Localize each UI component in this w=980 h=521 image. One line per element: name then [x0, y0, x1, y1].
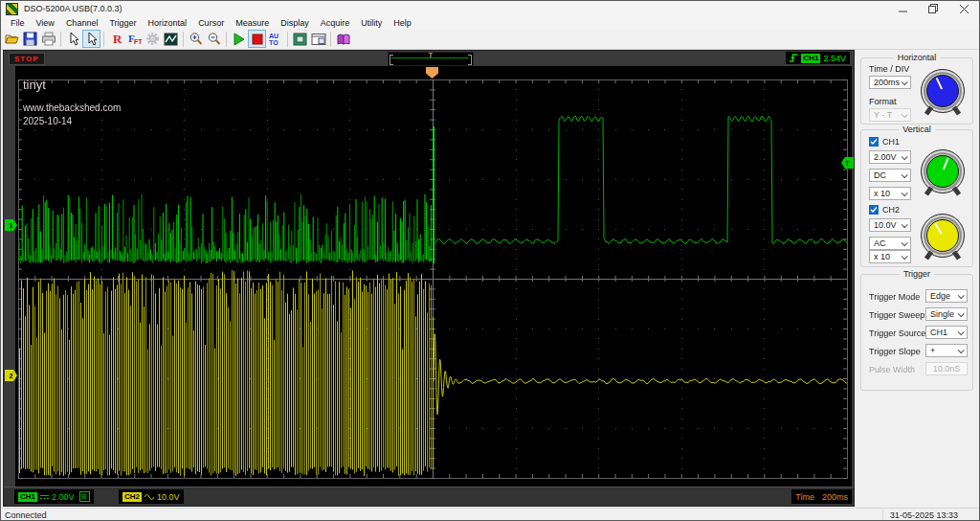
ch2-position-knob[interactable]: [921, 214, 965, 258]
chevron-down-icon: [902, 111, 908, 118]
toolbar-stop-button[interactable]: [248, 30, 266, 48]
ch1-position-knob[interactable]: [921, 149, 965, 193]
ch2-scale: 10.0V: [874, 220, 897, 230]
annotation-line3: 2025-10-14: [23, 116, 72, 126]
ac-coupling-icon: [145, 493, 154, 501]
toolbar-separator: [330, 32, 331, 47]
print-icon: [41, 32, 56, 46]
ch1-scale-select[interactable]: 2.00V: [869, 150, 911, 164]
menu-cursor[interactable]: Cursor: [192, 18, 230, 28]
scope-display: tinyt www.thebackshed.com 2025-10-14: [15, 66, 852, 488]
ch1-enable-row: CH1: [869, 137, 900, 147]
ch2-readout: CH2 10.0V: [119, 489, 184, 504]
toolbar-cursor-button[interactable]: [64, 30, 82, 48]
format-value: Y - T: [874, 110, 892, 120]
trigger-slope-select[interactable]: +: [925, 344, 968, 357]
horizontal-position-knob[interactable]: [921, 69, 965, 113]
trigger-mode-value: Edge: [930, 291, 950, 301]
trigger-edge-icon: [790, 53, 798, 63]
menu-acquire[interactable]: Acquire: [315, 18, 356, 28]
toolbar-save-button[interactable]: [21, 30, 39, 48]
close-icon: [960, 5, 969, 13]
menu-horizontal[interactable]: Horizontal: [143, 18, 193, 28]
ch1-scale-value: 2.00V: [52, 492, 75, 502]
ch1-coupling-select[interactable]: DC: [869, 169, 911, 182]
restore-icon: [928, 4, 938, 13]
minimize-button[interactable]: [887, 1, 918, 16]
app-icon: [6, 3, 18, 15]
ch2-checkbox[interactable]: [869, 205, 879, 215]
vertical-group: Vertical CH1 2.00V DC x 10: [860, 129, 973, 267]
chevron-down-icon: [902, 153, 908, 160]
zoom-out-icon: [207, 32, 221, 46]
toolbar-self-calibration-button[interactable]: [291, 30, 309, 48]
menu-file[interactable]: File: [5, 18, 31, 28]
menu-trigger[interactable]: Trigger: [103, 18, 142, 28]
dc-coupling-icon: [40, 493, 49, 501]
window-icon: [311, 33, 326, 46]
toolbar-separator: [287, 32, 288, 47]
knob-face: [926, 219, 959, 252]
ch2-probe-select[interactable]: x 10: [869, 250, 911, 263]
letter-r-icon: R: [110, 32, 123, 46]
ch1-coupling: DC: [874, 170, 886, 180]
toolbar-pass-fail-button[interactable]: [144, 30, 162, 48]
menu-help[interactable]: Help: [388, 18, 417, 28]
time-div-select[interactable]: 200ms: [869, 76, 911, 89]
trigger-sweep-value: Single: [930, 309, 954, 319]
toolbar-run-button[interactable]: [230, 30, 248, 48]
menu-display[interactable]: Display: [275, 18, 315, 28]
pulse-width-input[interactable]: 10.0nS: [925, 362, 968, 375]
trigger-sweep-select[interactable]: Single: [925, 307, 968, 321]
chevron-down-icon: [902, 190, 908, 196]
menu-view[interactable]: View: [31, 18, 60, 28]
folder-open-icon: [5, 32, 20, 47]
svg-text:R: R: [113, 32, 122, 46]
zoom-in-icon: [189, 32, 203, 46]
trigger-source-value: CH1: [930, 328, 947, 337]
toolbar-window-layout-button[interactable]: [309, 30, 327, 48]
trigger-readout: CH1 2.54V: [786, 52, 850, 64]
scope-widget: STOP T CH1 2.54V tinyt www.thebackshed.c…: [3, 50, 855, 507]
menu-utility[interactable]: Utility: [355, 18, 388, 28]
menubar: FileViewChannelTriggerHorizontalCursorMe…: [1, 16, 979, 29]
menu-measure[interactable]: Measure: [230, 18, 275, 28]
toolbar-zoom-in-button[interactable]: [187, 30, 205, 48]
toolbar-waveform-snapshot-button[interactable]: [162, 30, 180, 48]
trigger-source-select[interactable]: CH1: [925, 326, 968, 339]
select-arrow-icon: [85, 32, 99, 46]
ch2-badge: CH2: [122, 492, 142, 502]
control-panel: Horizontal Time / DIV 200ms Format Y - T…: [856, 50, 980, 508]
toolbar-print-button[interactable]: [39, 30, 57, 48]
ch1-checkbox[interactable]: [869, 137, 879, 147]
trigger-mode-select[interactable]: Edge: [925, 289, 968, 303]
format-select[interactable]: Y - T: [869, 108, 911, 122]
minimize-icon: [899, 5, 907, 13]
toolbar-fft-button[interactable]: FFT: [125, 30, 144, 48]
timebase-readout: Time 200ms: [791, 489, 852, 504]
toolbar-help-button[interactable]: [334, 30, 352, 48]
ch2-coupling-select[interactable]: AC: [869, 237, 911, 250]
time-div-value: 200ms: [874, 78, 900, 87]
close-button[interactable]: [948, 1, 979, 16]
knob-face: [926, 75, 959, 107]
toolbar-select-button[interactable]: [82, 30, 100, 48]
toolbar-ref-wave-button[interactable]: R: [107, 30, 125, 48]
waveform-preview[interactable]: T: [388, 52, 474, 66]
toolbar-open-button[interactable]: [3, 30, 21, 48]
help-book-icon: [336, 33, 351, 46]
menu-channel[interactable]: Channel: [60, 18, 104, 28]
toolbar-zoom-out-button[interactable]: [205, 30, 223, 48]
chevron-down-icon: [902, 239, 908, 246]
window-title: DSO-5200A USB(7.0.0.3): [24, 4, 122, 13]
annotation-line1: tinyt: [23, 78, 46, 92]
toolbar-auto-button[interactable]: AUTO: [266, 30, 284, 48]
titlebar: DSO-5200A USB(7.0.0.3): [1, 1, 979, 16]
restore-button[interactable]: [918, 1, 948, 16]
statusbar: Connected 31-05-2025 13:33: [1, 508, 979, 521]
save-icon: [23, 32, 37, 46]
ch1-probe-select[interactable]: x 10: [869, 187, 911, 200]
time-div-label: Time / DIV: [869, 64, 909, 74]
ch2-scale-select[interactable]: 10.0V: [869, 218, 911, 232]
trigger-mode-label: Trigger Mode: [869, 292, 920, 302]
